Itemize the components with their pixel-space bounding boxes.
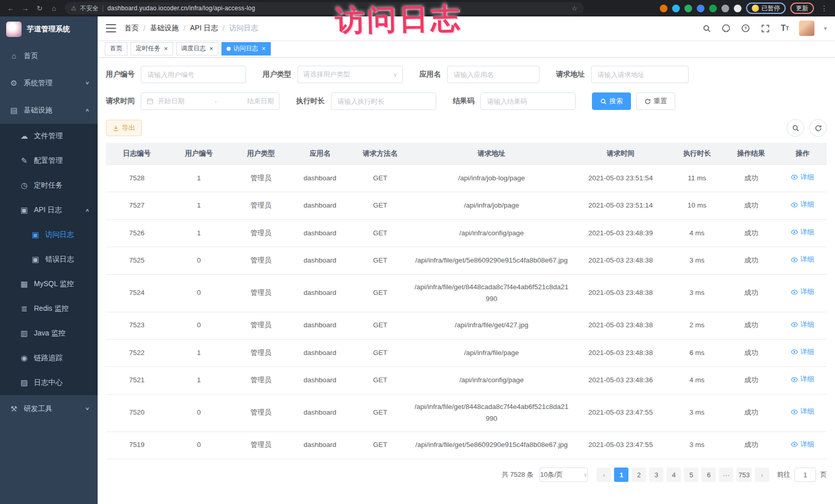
detail-link[interactable]: 详细 bbox=[791, 172, 814, 183]
page-button[interactable]: 6 bbox=[701, 468, 716, 482]
result-code-input[interactable] bbox=[480, 92, 576, 110]
tab-close-icon[interactable]: × bbox=[210, 45, 214, 52]
page-button[interactable]: 5 bbox=[684, 468, 698, 482]
app-name-input[interactable] bbox=[447, 66, 540, 83]
extension-6-icon[interactable] bbox=[721, 5, 729, 12]
address-bar[interactable]: ⚠ 不安全 | dashboard.yudao.iocoder.cn/infra… bbox=[65, 2, 584, 14]
request-url-input[interactable] bbox=[591, 66, 689, 83]
detail-link[interactable]: 详细 bbox=[791, 254, 814, 266]
breadcrumb-item[interactable]: API 日志 bbox=[190, 24, 218, 33]
browser-forward-icon[interactable]: → bbox=[20, 4, 31, 12]
sidebar-item[interactable]: ▣API 日志∧ bbox=[0, 198, 98, 222]
table-row: 75240管理员dashboardGET/api/infra/file/get/… bbox=[106, 274, 827, 312]
github-icon[interactable] bbox=[721, 23, 731, 33]
sidebar-item[interactable]: ▣错误日志 bbox=[0, 247, 98, 272]
cell-duration: 10 ms bbox=[671, 192, 724, 219]
sidebar-item[interactable]: ◷定时任务 bbox=[0, 173, 98, 198]
sidebar-item-label: 日志中心 bbox=[34, 378, 63, 387]
user-type-select[interactable]: 请选择用户类型 ∨ bbox=[298, 66, 403, 83]
search-icon[interactable] bbox=[701, 23, 712, 33]
view-tab[interactable]: 首页 bbox=[105, 42, 127, 55]
prev-page-button[interactable]: ‹ bbox=[597, 468, 611, 482]
page-button[interactable]: 2 bbox=[632, 468, 646, 482]
cell-app-name: dashboard bbox=[292, 432, 348, 459]
cell-result: 成功 bbox=[723, 312, 778, 339]
detail-link[interactable]: 详细 bbox=[791, 199, 814, 211]
chevron-up-icon: ∧ bbox=[85, 208, 90, 213]
sidebar-item[interactable]: ▨日志中心 bbox=[0, 370, 98, 395]
sidebar-item-label: Java 监控 bbox=[34, 329, 65, 338]
reset-button[interactable]: 重置 bbox=[636, 92, 675, 110]
extension-4-icon[interactable] bbox=[697, 5, 704, 12]
cell-user-type: 管理员 bbox=[230, 274, 292, 312]
sidebar-item[interactable]: ⌂首页 bbox=[0, 42, 98, 69]
sidebar-item[interactable]: ⚙系统管理∨ bbox=[0, 69, 98, 97]
export-button[interactable]: 导出 bbox=[106, 120, 142, 136]
next-page-button[interactable]: › bbox=[755, 468, 769, 482]
browser-back-icon[interactable]: ← bbox=[5, 4, 16, 12]
sidebar-item[interactable]: ▤基础设施∧ bbox=[0, 97, 98, 124]
page-button[interactable]: 4 bbox=[666, 468, 681, 482]
detail-link[interactable]: 详细 bbox=[791, 286, 814, 298]
extension-5-icon[interactable] bbox=[709, 5, 717, 12]
duration-input[interactable] bbox=[331, 92, 436, 110]
page-ellipsis[interactable]: ··· bbox=[719, 468, 733, 482]
search-button[interactable]: 搜索 bbox=[592, 92, 631, 110]
view-tab[interactable]: 定时任务× bbox=[131, 42, 173, 55]
browser-refresh-icon[interactable]: ↻ bbox=[34, 4, 45, 12]
sidebar-item[interactable]: ≣Redis 监控 bbox=[0, 296, 98, 321]
browser-update-button[interactable]: 更新 bbox=[790, 3, 814, 14]
extension-3-icon[interactable] bbox=[684, 5, 692, 12]
page-size-select[interactable]: 10条/页 ∨ bbox=[540, 468, 588, 482]
profile-paused-badge[interactable]: 已暂停 bbox=[746, 3, 786, 14]
detail-link[interactable]: 详细 bbox=[791, 227, 814, 238]
sidebar-item[interactable]: ✎配置管理 bbox=[0, 148, 98, 173]
sidebar-item[interactable]: ▥Java 监控 bbox=[0, 321, 98, 346]
sidebar-item[interactable]: ▦MySQL 监控 bbox=[0, 272, 98, 296]
extension-2-icon[interactable] bbox=[672, 5, 680, 12]
extension-1-icon[interactable] bbox=[660, 5, 667, 12]
fullscreen-icon[interactable] bbox=[760, 23, 770, 33]
request-time-range-picker[interactable]: 开始日期 - 结束日期 bbox=[141, 92, 280, 110]
paused-label: 已暂停 bbox=[762, 4, 780, 13]
app-logo-row[interactable]: 芋道管理系统 bbox=[0, 16, 98, 42]
detail-link[interactable]: 详细 bbox=[791, 374, 814, 385]
user-avatar[interactable] bbox=[799, 21, 814, 36]
goto-page-input[interactable] bbox=[794, 468, 816, 482]
page-button[interactable]: 3 bbox=[649, 468, 663, 482]
detail-link[interactable]: 详细 bbox=[791, 319, 814, 331]
cell-request-url: /api/infra/file/get/8448cada8c7f4e4ab6f5… bbox=[412, 394, 571, 432]
sidebar-item[interactable]: ☁文件管理 bbox=[0, 124, 98, 148]
page-button[interactable]: 1 bbox=[614, 468, 628, 482]
sidebar-item[interactable]: ▣访问日志 bbox=[0, 222, 98, 247]
extension-7-icon[interactable] bbox=[734, 5, 741, 12]
cell-log-id: 7523 bbox=[106, 312, 168, 339]
detail-link[interactable]: 详细 bbox=[791, 406, 814, 418]
breadcrumb-item[interactable]: 基础设施 bbox=[150, 24, 179, 33]
view-tab[interactable]: 调度日志× bbox=[176, 42, 219, 55]
tab-close-icon[interactable]: × bbox=[262, 45, 266, 52]
tab-close-icon[interactable]: × bbox=[164, 45, 168, 52]
help-icon[interactable]: ? bbox=[740, 23, 751, 33]
sidebar-item[interactable]: ⚒研发工具∨ bbox=[0, 395, 98, 422]
page-button[interactable]: 753 bbox=[736, 468, 752, 482]
cell-request-time: 2021-05-03 23:48:38 bbox=[571, 247, 671, 274]
detail-link[interactable]: 详细 bbox=[791, 439, 814, 451]
toggle-search-button[interactable] bbox=[787, 119, 804, 137]
sidebar-item[interactable]: ◉链路追踪 bbox=[0, 346, 98, 370]
browser-home-icon[interactable]: ⌂ bbox=[48, 4, 60, 12]
breadcrumb-separator: / bbox=[143, 24, 145, 32]
table-row: 75221管理员dashboardGET/api/infra/file/page… bbox=[106, 339, 827, 366]
refresh-table-button[interactable] bbox=[809, 119, 827, 137]
browser-menu-icon[interactable]: ⋮ bbox=[819, 4, 830, 12]
bookmark-star-icon[interactable]: ☆ bbox=[571, 5, 578, 12]
user-menu-caret-icon[interactable]: ▾ bbox=[824, 25, 827, 32]
detail-link[interactable]: 详细 bbox=[791, 346, 814, 358]
view-tab[interactable]: 访问日志× bbox=[221, 42, 271, 55]
user-id-input[interactable] bbox=[141, 66, 246, 83]
sidebar-toggle-icon[interactable] bbox=[106, 24, 116, 32]
breadcrumb-item[interactable]: 首页 bbox=[124, 24, 139, 33]
cell-request-url: /api/infra/file/get/427.jpg bbox=[412, 312, 571, 339]
cell-user-id: 1 bbox=[168, 339, 230, 366]
font-size-icon[interactable]: TT bbox=[780, 23, 790, 33]
